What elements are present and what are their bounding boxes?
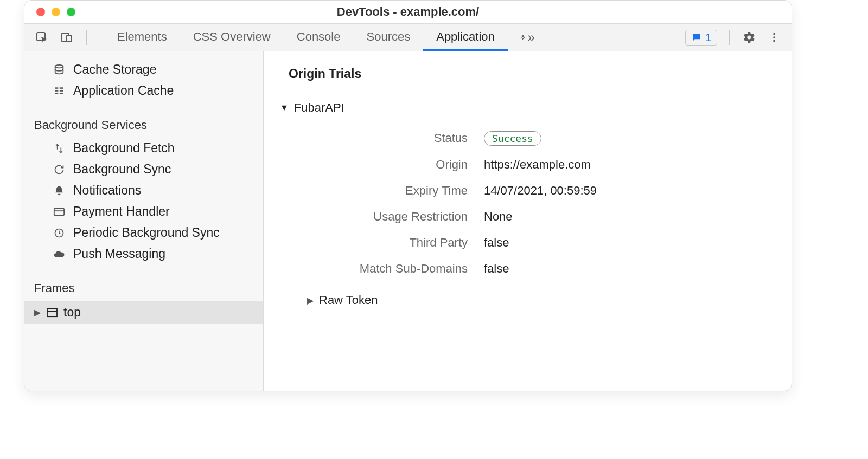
svg-rect-8 bbox=[55, 90, 59, 92]
tab-css-overview[interactable]: CSS Overview bbox=[180, 24, 284, 51]
sidebar-item-notifications[interactable]: Notifications bbox=[24, 180, 263, 201]
trial-details-table: Status Success Origin https://example.co… bbox=[294, 131, 767, 276]
svg-point-4 bbox=[773, 36, 775, 38]
window-frame-icon bbox=[46, 308, 58, 318]
svg-rect-9 bbox=[55, 93, 59, 94]
sidebar-label: Background Fetch bbox=[73, 141, 175, 156]
sidebar-item-background-fetch[interactable]: Background Fetch bbox=[24, 138, 263, 159]
svg-rect-7 bbox=[55, 87, 59, 89]
svg-rect-13 bbox=[54, 208, 64, 215]
sidebar-item-background-sync[interactable]: Background Sync bbox=[24, 159, 263, 180]
toolbar-separator bbox=[86, 30, 87, 45]
trial-name: FubarAPI bbox=[294, 101, 344, 115]
svg-point-3 bbox=[773, 33, 775, 35]
svg-rect-12 bbox=[60, 93, 63, 94]
label-usage-restriction: Usage Restriction bbox=[294, 210, 468, 224]
value-match-subdomains: false bbox=[484, 262, 767, 276]
svg-rect-2 bbox=[67, 35, 72, 42]
sidebar-item-frame-top[interactable]: ▶ top bbox=[24, 301, 263, 324]
database-icon bbox=[53, 63, 66, 76]
sidebar-label: Payment Handler bbox=[73, 204, 170, 219]
label-match-subdomains: Match Sub-Domains bbox=[294, 262, 468, 276]
sidebar-label: Cache Storage bbox=[73, 62, 156, 77]
expand-triangle-icon: ▶ bbox=[34, 307, 41, 318]
sidebar-label: Push Messaging bbox=[73, 247, 165, 261]
transfer-icon bbox=[53, 142, 66, 155]
label-third-party: Third Party bbox=[294, 236, 468, 250]
sidebar-item-periodic-background-sync[interactable]: Periodic Background Sync bbox=[24, 222, 263, 243]
sidebar-group-background-services: Background Services Background Fetch Bac… bbox=[24, 108, 263, 271]
sidebar-item-payment-handler[interactable]: Payment Handler bbox=[24, 201, 263, 222]
raw-token-label: Raw Token bbox=[319, 293, 378, 307]
svg-rect-10 bbox=[60, 87, 63, 89]
more-tabs-icon[interactable]: » bbox=[520, 30, 535, 45]
sync-icon bbox=[53, 163, 66, 176]
sidebar-item-application-cache[interactable]: Application Cache bbox=[24, 80, 263, 101]
cloud-icon bbox=[53, 248, 66, 261]
issues-icon bbox=[691, 32, 702, 43]
sidebar-group-frames: Frames bbox=[24, 271, 263, 301]
value-third-party: false bbox=[484, 236, 767, 250]
clock-icon bbox=[53, 227, 66, 240]
status-badge: Success bbox=[484, 131, 541, 146]
sidebar-label: Notifications bbox=[73, 183, 141, 198]
panel-body: Cache Storage Application Cache Backgrou… bbox=[24, 51, 792, 391]
sidebar-label: Background Sync bbox=[73, 162, 171, 177]
value-usage-restriction: None bbox=[484, 210, 767, 224]
grid-icon bbox=[53, 85, 66, 98]
sidebar-group-title: Background Services bbox=[24, 113, 263, 138]
device-toggle-icon[interactable] bbox=[59, 30, 74, 45]
raw-token-row[interactable]: ▶ Raw Token bbox=[307, 293, 767, 307]
bell-icon bbox=[53, 184, 66, 197]
sidebar-group-title-frames: Frames bbox=[24, 276, 263, 301]
tab-application[interactable]: Application bbox=[423, 24, 508, 51]
credit-card-icon bbox=[53, 205, 66, 218]
minimize-window-button[interactable] bbox=[52, 8, 60, 16]
inspect-element-icon[interactable] bbox=[34, 30, 49, 45]
sidebar-item-push-messaging[interactable]: Push Messaging bbox=[24, 243, 263, 264]
main-toolbar: Elements CSS Overview Console Sources Ap… bbox=[24, 23, 792, 51]
label-status: Status bbox=[294, 131, 468, 146]
devtools-window: DevTools - example.com/ Elements CSS Ove… bbox=[24, 0, 792, 391]
kebab-menu-icon[interactable] bbox=[767, 30, 782, 45]
issues-button[interactable]: 1 bbox=[685, 30, 717, 46]
sidebar-label: Periodic Background Sync bbox=[73, 225, 220, 240]
sidebar-item-cache-storage[interactable]: Cache Storage bbox=[24, 59, 263, 80]
svg-rect-11 bbox=[60, 90, 63, 92]
svg-rect-16 bbox=[47, 308, 57, 316]
issues-count: 1 bbox=[705, 31, 711, 44]
label-origin: Origin bbox=[294, 158, 468, 172]
svg-point-5 bbox=[773, 40, 775, 42]
value-status: Success bbox=[484, 131, 767, 146]
settings-icon[interactable] bbox=[742, 30, 757, 45]
tab-elements[interactable]: Elements bbox=[104, 24, 180, 51]
titlebar: DevTools - example.com/ bbox=[24, 1, 792, 23]
tab-console[interactable]: Console bbox=[284, 24, 354, 51]
label-expiry: Expiry Time bbox=[294, 184, 468, 198]
svg-point-6 bbox=[55, 64, 63, 68]
main-content: Origin Trials ▼ FubarAPI Status Success … bbox=[264, 51, 792, 391]
toolbar-separator-2 bbox=[729, 30, 730, 45]
collapse-triangle-icon: ▼ bbox=[280, 103, 289, 113]
frame-label: top bbox=[63, 305, 81, 320]
tab-sources[interactable]: Sources bbox=[353, 24, 423, 51]
panel-tabs: Elements CSS Overview Console Sources Ap… bbox=[104, 24, 508, 51]
value-origin: https://example.com bbox=[484, 158, 767, 172]
origin-trial-item[interactable]: ▼ FubarAPI bbox=[280, 101, 767, 115]
sidebar-group-cache: Cache Storage Application Cache bbox=[24, 51, 263, 108]
window-title: DevTools - example.com/ bbox=[24, 5, 792, 19]
section-heading: Origin Trials bbox=[289, 67, 767, 81]
maximize-window-button[interactable] bbox=[67, 8, 75, 16]
window-controls bbox=[36, 8, 75, 16]
expand-triangle-icon: ▶ bbox=[307, 295, 314, 306]
application-sidebar: Cache Storage Application Cache Backgrou… bbox=[24, 51, 264, 391]
value-expiry: 14/07/2021, 00:59:59 bbox=[484, 184, 767, 198]
sidebar-label: Application Cache bbox=[73, 83, 174, 98]
close-window-button[interactable] bbox=[36, 8, 45, 16]
